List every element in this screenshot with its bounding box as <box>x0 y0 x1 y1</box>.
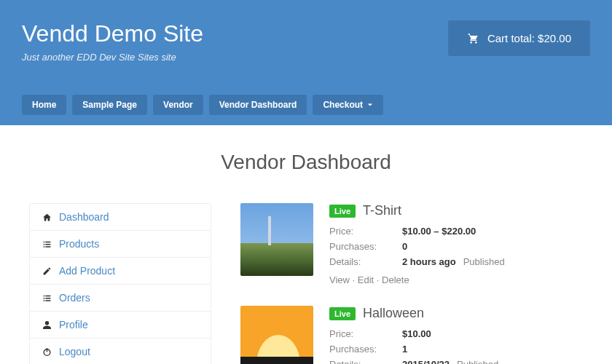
view-link[interactable]: View <box>329 274 350 285</box>
sidebar-item-products[interactable]: Products <box>30 231 211 258</box>
edit-link[interactable]: Edit <box>358 274 374 285</box>
site-tagline: Just another EDD Dev Site Sites site <box>22 52 203 63</box>
sidebar-item-add-product[interactable]: Add Product <box>30 258 211 285</box>
price-label: Price: <box>329 226 402 237</box>
details-time: 2015/10/23 <box>402 359 450 364</box>
header: Vendd Demo Site Just another EDD Dev Sit… <box>0 0 612 125</box>
cart-button[interactable]: Cart total: $20.00 <box>448 20 590 56</box>
vendor-sidebar: Dashboard Products Add Product Orders Pr… <box>29 203 211 364</box>
chevron-down-icon <box>367 102 373 108</box>
sidebar-item-dashboard[interactable]: Dashboard <box>30 204 211 231</box>
power-icon <box>42 347 52 357</box>
details-status: Published <box>463 256 505 267</box>
nav-home[interactable]: Home <box>22 95 66 115</box>
status-badge: Live <box>329 205 356 218</box>
page-title: Vendor Dashboard <box>0 151 612 174</box>
sidebar-item-logout[interactable]: Logout <box>30 339 211 364</box>
sidebar-item-profile[interactable]: Profile <box>30 312 211 339</box>
purchases-value: 0 <box>402 241 407 252</box>
purchases-label: Purchases: <box>329 344 402 355</box>
nav-checkout[interactable]: Checkout <box>313 95 383 115</box>
product-thumbnail[interactable] <box>240 306 313 364</box>
delete-link[interactable]: Delete <box>382 274 409 285</box>
nav-sample-page[interactable]: Sample Page <box>72 95 147 115</box>
status-badge: Live <box>329 307 356 320</box>
product-list: Live T-Shirt Price:$10.00 – $220.00 Purc… <box>240 203 583 364</box>
sidebar-item-orders[interactable]: Orders <box>30 285 211 312</box>
product-actions: View · Edit · Delete <box>329 274 583 285</box>
nav-vendor-dashboard[interactable]: Vendor Dashboard <box>209 95 307 115</box>
purchases-label: Purchases: <box>329 241 402 252</box>
cart-label: Cart total: $20.00 <box>487 32 571 44</box>
product-title[interactable]: Halloween <box>363 306 424 321</box>
details-time: 2 hours ago <box>402 256 456 267</box>
price-label: Price: <box>329 328 402 339</box>
details-label: Details: <box>329 256 402 267</box>
product-row: Live Halloween Price:$10.00 Purchases:1 … <box>240 306 583 364</box>
list-icon <box>42 293 52 303</box>
price-value: $10.00 – $220.00 <box>402 226 476 237</box>
details-label: Details: <box>329 359 402 364</box>
product-title[interactable]: T-Shirt <box>363 203 401 218</box>
purchases-value: 1 <box>402 344 407 355</box>
pencil-icon <box>42 266 52 276</box>
cart-icon <box>467 33 480 44</box>
home-icon <box>42 212 52 222</box>
site-title[interactable]: Vendd Demo Site <box>22 20 203 47</box>
details-status: Published <box>457 359 498 364</box>
product-row: Live T-Shirt Price:$10.00 – $220.00 Purc… <box>240 203 583 285</box>
price-value: $10.00 <box>402 328 431 339</box>
main-nav: Home Sample Page Vendor Vendor Dashboard… <box>22 95 590 125</box>
nav-vendor[interactable]: Vendor <box>153 95 203 115</box>
user-icon <box>42 320 52 330</box>
product-thumbnail[interactable] <box>240 203 313 276</box>
list-icon <box>42 239 52 249</box>
